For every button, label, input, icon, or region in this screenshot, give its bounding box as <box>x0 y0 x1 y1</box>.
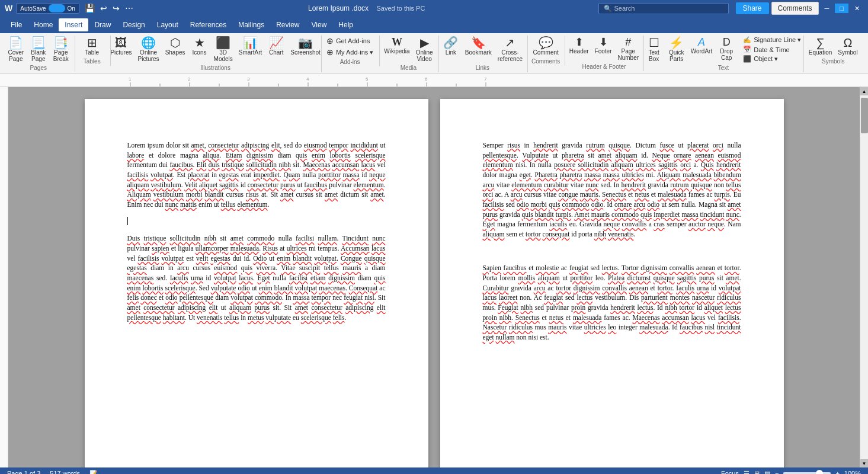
online-pictures-btn[interactable]: 🌐 OnlinePictures <box>136 36 162 63</box>
more-btn[interactable]: ⋯ <box>123 3 135 14</box>
view-icon-list[interactable]: ☰ <box>744 470 750 475</box>
screenshot-btn[interactable]: 📷 Screenshot <box>288 36 323 57</box>
titlebar-left: W AutoSave On 💾 ↩ ↪ ⋯ <box>5 3 135 14</box>
menu-draw[interactable]: Draw <box>88 18 117 31</box>
cross-reference-btn[interactable]: ↗ Cross-reference <box>495 36 525 63</box>
my-addins-icon: ⊕ <box>326 47 334 57</box>
menu-help[interactable]: Help <box>332 18 359 31</box>
titlebar: W AutoSave On 💾 ↩ ↪ ⋯ Lorem Ipsum .docx … <box>0 0 868 17</box>
focus-label[interactable]: Focus <box>721 470 739 474</box>
shapes-btn[interactable]: ⬡ Shapes <box>163 36 188 57</box>
titlebar-center: Lorem Ipsum .docx Saved to this PC <box>135 4 598 12</box>
minimize-button[interactable]: ─ <box>821 4 833 13</box>
scroll-thumb[interactable] <box>861 98 868 133</box>
ribbon-group-header-footer: ⬆ Header ⬇ Footer # PageNumber Header & … <box>566 36 644 71</box>
view-icon-page[interactable]: ▤ <box>764 470 770 475</box>
share-button[interactable]: Share <box>736 2 769 14</box>
paragraph-4: Sapien faucibus et molestie ac feugiat s… <box>483 263 741 342</box>
autosave-label: AutoSave <box>20 5 46 12</box>
undo-btn[interactable]: ↩ <box>98 3 109 14</box>
icons-btn[interactable]: ★ Icons <box>189 36 210 57</box>
cover-page-btn[interactable]: 📄 CoverPage <box>5 36 27 63</box>
menu-mailings[interactable]: Mailings <box>232 18 270 31</box>
ribbon-content: 📄 CoverPage 📃 BlankPage 📑 PageBreak Page… <box>0 33 868 74</box>
svg-text:4: 4 <box>306 76 309 82</box>
menu-home[interactable]: Home <box>28 18 59 31</box>
my-addins-btn[interactable]: ⊕ My Add-ins ▾ <box>324 47 376 57</box>
media-group-label: Media <box>401 65 417 71</box>
bookmark-btn[interactable]: 🔖 Bookmark <box>463 36 494 57</box>
pictures-icon: 🖼 <box>115 37 127 49</box>
search-bar[interactable]: 🔍 <box>598 3 729 14</box>
redo-btn[interactable]: ↪ <box>111 3 121 14</box>
ruler-svg: 1 2 3 4 5 6 7 <box>65 74 868 87</box>
menu-design[interactable]: Design <box>117 18 150 31</box>
menu-bar: File Home Insert Draw Design Layout Refe… <box>0 17 868 33</box>
page-2[interactable]: Semper risus in hendrerit gravida rutrum… <box>440 99 784 467</box>
footer-btn[interactable]: ⬇ Footer <box>592 36 614 56</box>
toolbar-icons: 💾 ↩ ↪ ⋯ <box>83 3 135 14</box>
view-icon-grid[interactable]: ⊞ <box>754 470 760 475</box>
doc-area: Lorem ipsum dolor sit amet, consectetur … <box>0 87 868 467</box>
textbox-btn[interactable]: ☐ TextBox <box>643 36 665 63</box>
menu-references[interactable]: References <box>184 18 232 31</box>
date-time-icon: 📅 <box>743 46 751 53</box>
get-addins-btn[interactable]: ⊕ Get Add-ins <box>324 36 376 46</box>
online-video-btn[interactable]: ▶ OnlineVideo <box>414 36 435 63</box>
search-input[interactable] <box>614 5 721 12</box>
tables-group-label: Tables <box>84 58 101 65</box>
header-btn[interactable]: ⬆ Header <box>567 36 591 56</box>
object-icon: ⬛ <box>743 55 751 63</box>
autosave-toggle[interactable] <box>49 4 65 12</box>
comments-button[interactable]: Comments <box>771 2 819 15</box>
table-btn[interactable]: ⊞ Table <box>78 36 106 57</box>
ruler: 1 2 3 4 5 6 7 <box>0 74 868 87</box>
signature-line-btn[interactable]: ✍ Signature Line ▾ <box>741 36 803 44</box>
chart-btn[interactable]: 📈 Chart <box>265 36 287 57</box>
menu-layout[interactable]: Layout <box>151 18 184 31</box>
menu-review[interactable]: Review <box>270 18 305 31</box>
maximize-button[interactable]: □ <box>835 4 848 13</box>
quick-parts-icon: ⚡ <box>669 37 684 49</box>
page-number-btn[interactable]: # PageNumber <box>616 36 642 62</box>
language-icon: 📝 <box>89 470 98 475</box>
date-time-btn[interactable]: 📅 Date & Time <box>741 45 803 54</box>
dropcap-btn[interactable]: D DropCap <box>716 36 737 62</box>
wordart-btn[interactable]: A WordArt <box>688 36 715 56</box>
paragraph-2: Duis tristique sollicitudin nibh sit ame… <box>127 233 386 322</box>
paragraph-spacer <box>483 246 741 257</box>
pictures-btn[interactable]: 🖼 Pictures <box>108 36 134 57</box>
page-1[interactable]: Lorem ipsum dolor sit amet, consectetur … <box>85 99 428 467</box>
header-footer-group-label: Header & Footer <box>582 63 626 70</box>
wordart-icon: A <box>698 37 705 47</box>
quick-parts-btn[interactable]: ⚡ QuickParts <box>666 36 687 63</box>
symbol-btn[interactable]: Ω Symbol <box>835 36 860 57</box>
symbol-icon: Ω <box>843 37 852 49</box>
header-icon: ⬆ <box>575 37 584 47</box>
equation-btn[interactable]: ∑ Equation <box>806 36 834 57</box>
3d-models-btn[interactable]: ⬛ 3DModels <box>212 36 235 63</box>
blank-page-btn[interactable]: 📃 BlankPage <box>28 36 49 63</box>
autosave-on: On <box>68 5 75 12</box>
zoom-plus-btn[interactable]: + <box>835 470 839 474</box>
wikipedia-btn[interactable]: W Wikipedia <box>382 36 412 56</box>
close-button[interactable]: ✕ <box>851 4 863 14</box>
scroll-up-btn[interactable]: ▲ <box>860 87 869 95</box>
scroll-down-btn[interactable]: ▼ <box>860 459 869 467</box>
titlebar-right: 🔍 Share Comments ─ □ ✕ <box>598 2 864 15</box>
page-break-btn[interactable]: 📑 PageBreak <box>50 36 72 63</box>
ribbon-group-media: W Wikipedia ▶ OnlineVideo Media <box>381 36 439 72</box>
zoom-minus-btn[interactable]: − <box>775 470 779 474</box>
menu-view[interactable]: View <box>306 18 333 31</box>
save-btn[interactable]: 💾 <box>83 3 97 14</box>
online-video-icon: ▶ <box>420 37 429 49</box>
menu-file[interactable]: File <box>5 18 28 31</box>
scroll-area[interactable]: Lorem ipsum dolor sit amet, consectetur … <box>8 87 860 467</box>
menu-insert[interactable]: Insert <box>59 18 88 31</box>
ribbon-group-addins: ⊕ Get Add-ins ⊕ My Add-ins ▾ Add-ins <box>323 36 379 66</box>
svg-rect-0 <box>65 74 868 87</box>
smartart-btn[interactable]: 📊 SmartArt <box>236 36 264 57</box>
comment-btn[interactable]: 💬 Comment <box>531 36 561 57</box>
object-btn[interactable]: ⬛ Object ▾ <box>741 55 803 63</box>
link-btn[interactable]: 🔗 Link <box>440 36 462 57</box>
